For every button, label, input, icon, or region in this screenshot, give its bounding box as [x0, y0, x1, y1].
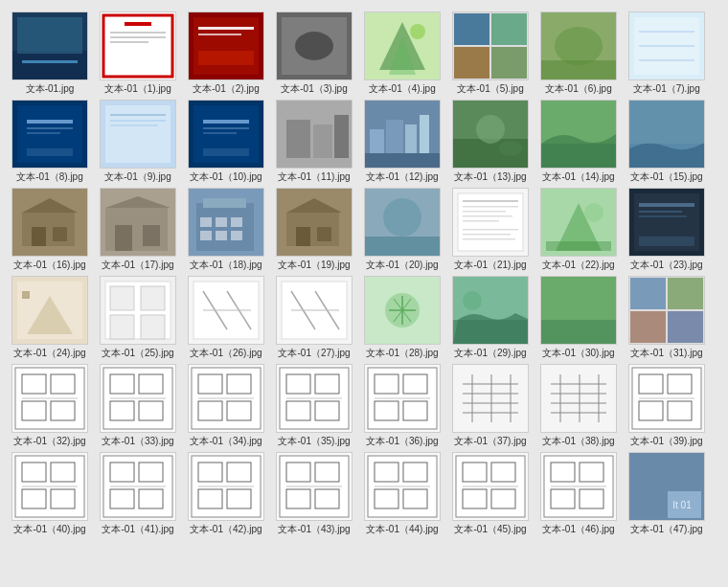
list-item[interactable]: 文本-01（32).jpg: [8, 364, 92, 448]
file-label: 文本-01（35).jpg: [278, 435, 350, 448]
svg-rect-126: [141, 315, 165, 339]
svg-rect-147: [541, 320, 616, 344]
list-item[interactable]: 文本-01（30).jpg: [536, 276, 621, 360]
svg-rect-14: [198, 51, 254, 65]
file-label: 文本-01（22).jpg: [542, 259, 614, 272]
list-item[interactable]: 文本-01（44).jpg: [360, 452, 444, 536]
thumbnail: [452, 452, 529, 521]
file-label: 文本-01（29).jpg: [454, 347, 526, 360]
list-item[interactable]: 文本-01（34).jpg: [184, 364, 268, 448]
svg-rect-101: [463, 211, 506, 213]
file-label: 文本-01（41).jpg: [102, 523, 173, 536]
list-item[interactable]: 文本-01（19).jpg: [272, 188, 356, 272]
svg-rect-85: [231, 217, 242, 227]
list-item[interactable]: 文本-01（26).jpg: [184, 276, 268, 360]
file-label: 文本-01（4).jpg: [369, 82, 435, 96]
svg-rect-25: [454, 47, 489, 79]
file-label: 文本-01（37).jpg: [454, 435, 526, 448]
file-label: 文本-01（38).jpg: [542, 435, 614, 448]
list-item[interactable]: 文本-01（7).jpg: [625, 11, 709, 96]
svg-rect-79: [143, 225, 160, 246]
list-item[interactable]: 文本-01（18).jpg: [184, 188, 268, 272]
list-item[interactable]: It 01文本-01（47).jpg: [625, 452, 709, 536]
svg-point-17: [295, 32, 333, 60]
list-item[interactable]: 文本-01（38).jpg: [536, 364, 621, 448]
list-item[interactable]: 文本-01（21).jpg: [448, 188, 533, 272]
thumbnail: [276, 100, 353, 169]
list-item[interactable]: 文本-01（46).jpg: [536, 452, 621, 536]
svg-rect-38: [27, 127, 73, 129]
svg-rect-150: [668, 278, 703, 309]
thumbnail: [11, 364, 88, 433]
file-label: 文本-01（27).jpg: [278, 347, 350, 360]
svg-point-145: [463, 291, 482, 310]
list-item[interactable]: 文本-01（20).jpg: [360, 188, 444, 272]
thumbnail: [11, 452, 88, 521]
list-item[interactable]: 文本-01（28).jpg: [360, 276, 444, 360]
list-item[interactable]: 文本-01（2).jpg: [184, 11, 268, 96]
list-item[interactable]: 文本-01（22).jpg: [536, 188, 621, 272]
list-item[interactable]: 文本-01（40).jpg: [8, 452, 92, 536]
svg-rect-83: [200, 217, 212, 227]
list-item[interactable]: 文本-01（36).jpg: [360, 364, 444, 448]
list-item[interactable]: 文本-01（24).jpg: [8, 276, 92, 360]
file-label: 文本-01（18).jpg: [190, 259, 262, 272]
list-item[interactable]: 文本-01（11).jpg: [272, 100, 356, 184]
list-item[interactable]: 文本-01（15).jpg: [625, 100, 709, 184]
list-item[interactable]: 文本-01（27).jpg: [272, 276, 356, 360]
list-item[interactable]: 文本-01（6).jpg: [536, 11, 621, 96]
list-item[interactable]: 文本-01（5).jpg: [448, 11, 533, 96]
list-item[interactable]: 文本-01（13).jpg: [448, 100, 533, 184]
thumbnail: [364, 11, 441, 80]
list-item[interactable]: 文本-01（43).jpg: [272, 452, 356, 536]
list-item[interactable]: 文本-01（16).jpg: [8, 188, 92, 272]
svg-rect-12: [198, 27, 254, 30]
svg-rect-40: [27, 148, 73, 156]
list-item[interactable]: 文本-01（8).jpg: [8, 100, 92, 184]
svg-rect-196: [541, 365, 616, 432]
list-item[interactable]: 文本-01（17).jpg: [96, 188, 180, 272]
list-item[interactable]: 文本-01（4).jpg: [360, 11, 444, 96]
list-item[interactable]: 文本-01（12).jpg: [360, 100, 444, 184]
list-item[interactable]: 文本-01.jpg: [8, 11, 92, 96]
svg-point-95: [383, 198, 421, 237]
list-item[interactable]: 文本-01（25).jpg: [96, 276, 180, 360]
thumbnail: [364, 452, 441, 521]
svg-rect-74: [53, 227, 67, 241]
thumbnail: [364, 100, 441, 169]
list-item[interactable]: 文本-01（31).jpg: [625, 276, 709, 360]
list-item[interactable]: 文本-01（41).jpg: [96, 452, 180, 536]
list-item[interactable]: 文本-01（9).jpg: [96, 100, 180, 184]
list-item[interactable]: 文本-01（3).jpg: [272, 11, 356, 96]
list-item[interactable]: 文本-01（14).jpg: [536, 100, 621, 184]
list-item[interactable]: 文本-01（10).jpg: [184, 100, 268, 184]
list-item[interactable]: 文本-01（42).jpg: [184, 452, 268, 536]
svg-rect-53: [286, 120, 310, 158]
list-item[interactable]: 文本-01（23).jpg: [625, 188, 709, 272]
list-item[interactable]: 文本-01（29).jpg: [448, 276, 533, 360]
thumbnail: [100, 452, 176, 521]
list-item[interactable]: 文本-01（45).jpg: [448, 452, 533, 536]
file-label: 文本-01（10).jpg: [190, 170, 262, 184]
thumbnail: [100, 11, 176, 80]
file-label: 文本-01（11).jpg: [278, 170, 350, 184]
list-item[interactable]: 文本-01（37).jpg: [448, 364, 533, 448]
file-label: 文本-01（40).jpg: [13, 523, 85, 536]
thumbnail: [11, 276, 88, 345]
list-item[interactable]: 文本-01（1).jpg: [96, 11, 180, 96]
file-label: 文本-01（47).jpg: [630, 523, 702, 536]
list-item[interactable]: 文本-01（39).jpg: [625, 364, 709, 448]
svg-rect-49: [203, 127, 249, 129]
thumbnail: [11, 100, 88, 169]
svg-rect-104: [463, 229, 518, 231]
thumbnail: [364, 276, 441, 345]
svg-rect-50: [203, 132, 237, 134]
list-item[interactable]: 文本-01（33).jpg: [96, 364, 180, 448]
svg-rect-26: [491, 47, 527, 79]
thumbnail: [188, 364, 264, 433]
file-label: 文本-01（43).jpg: [278, 523, 350, 536]
list-item[interactable]: 文本-01（35).jpg: [272, 364, 356, 448]
file-label: 文本-01（20).jpg: [366, 259, 438, 272]
thumbnail: [540, 364, 617, 433]
file-label: 文本-01（26).jpg: [190, 347, 262, 360]
